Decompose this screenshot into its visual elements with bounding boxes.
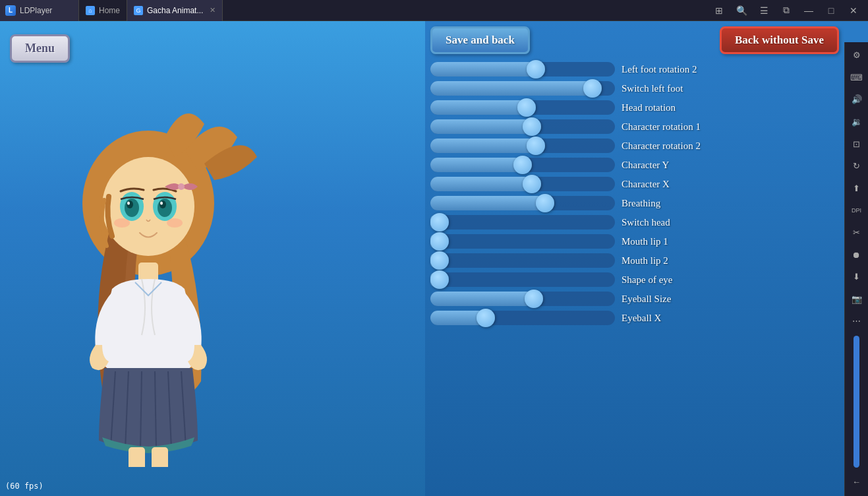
- slider-track-7[interactable]: [430, 196, 615, 210]
- slider-row: Mouth lip 2: [430, 252, 839, 269]
- slider-label-12: Eyeball Size: [622, 294, 753, 305]
- rs-more-btn[interactable]: ⋯: [846, 311, 867, 332]
- slider-row: Eyeball Size: [430, 290, 839, 307]
- slider-thumb-1[interactable]: [583, 79, 602, 98]
- rs-keyboard-btn[interactable]: ⌨: [846, 67, 867, 88]
- slider-row: Character X: [430, 175, 839, 193]
- rs-home-btn[interactable]: ⌂: [846, 493, 867, 496]
- slider-row: Head rotation: [430, 99, 839, 116]
- game-area: Menu (60 fps): [0, 21, 425, 496]
- slider-label-2: Head rotation: [622, 102, 753, 113]
- slider-fill-12: [430, 292, 534, 306]
- tb-pip-btn[interactable]: ⧉: [776, 0, 797, 21]
- slider-track-5[interactable]: [430, 158, 615, 172]
- rs-dpi-btn[interactable]: DPI: [846, 200, 867, 221]
- slider-row: Switch head: [430, 214, 839, 231]
- slider-track-8[interactable]: [430, 215, 615, 230]
- svg-point-17: [127, 202, 130, 205]
- save-back-button[interactable]: Save and back: [430, 26, 530, 54]
- svg-point-21: [178, 183, 185, 190]
- rs-vol-down-btn[interactable]: 🔉: [846, 111, 867, 133]
- slider-fill-7: [430, 196, 545, 210]
- slider-thumb-0[interactable]: [527, 60, 545, 78]
- rs-download-btn[interactable]: ⬇: [846, 266, 867, 288]
- title-bar-left: L LDPlayer ⌂ Home G Gacha Animat... ✕: [0, 0, 709, 21]
- rs-back-btn[interactable]: ←: [846, 472, 867, 493]
- slider-track-1[interactable]: [430, 81, 615, 96]
- slider-track-3[interactable]: [430, 119, 615, 134]
- back-no-save-button[interactable]: Back without Save: [720, 26, 839, 54]
- slider-track-11[interactable]: [430, 272, 615, 287]
- slider-label-4: Character rotation 2: [622, 140, 753, 152]
- slider-track-6[interactable]: [430, 177, 615, 191]
- tab-home[interactable]: ⌂ Home: [79, 0, 127, 21]
- slider-thumb-11[interactable]: [430, 270, 449, 289]
- slider-track-13[interactable]: [430, 311, 615, 325]
- slider-label-1: Switch left foot: [622, 83, 753, 94]
- slider-fill-2: [430, 100, 527, 115]
- tb-close-btn[interactable]: ✕: [843, 0, 864, 21]
- slider-label-13: Eyeball X: [622, 313, 753, 324]
- slider-fill-5: [430, 158, 523, 172]
- tab-gacha-close[interactable]: ✕: [210, 6, 216, 15]
- slider-track-12[interactable]: [430, 292, 615, 306]
- rs-import-btn[interactable]: ⬆: [846, 178, 867, 199]
- tb-search-btn[interactable]: 🔍: [731, 0, 752, 21]
- svg-point-10: [102, 157, 194, 256]
- slider-thumb-8[interactable]: [430, 213, 449, 232]
- slider-thumb-3[interactable]: [523, 117, 541, 136]
- tb-maximize-btn[interactable]: □: [821, 0, 842, 21]
- main-content: Menu (60 fps): [0, 21, 868, 496]
- slider-row: Character rotation 2: [430, 137, 839, 154]
- title-bar-controls: ⊞ 🔍 ☰ ⧉ — □ ✕: [709, 0, 868, 21]
- tb-apps-btn[interactable]: ⊞: [709, 0, 730, 21]
- right-sidebar: ⚙ ⌨ 🔊 🔉 ⊡ ↻ ⬆ DPI ✂ ⏺ ⬇ 📷 ⋯ ← ⌂: [844, 42, 868, 496]
- slider-thumb-4[interactable]: [527, 137, 545, 155]
- home-tab-icon: ⌂: [86, 6, 95, 15]
- tb-menu-btn[interactable]: ☰: [753, 0, 774, 21]
- slider-row: Breathing: [430, 195, 839, 212]
- rs-camera-btn[interactable]: 📷: [846, 289, 867, 310]
- slider-track-2[interactable]: [430, 100, 615, 115]
- app-logo[interactable]: L LDPlayer: [0, 0, 79, 21]
- slider-track-0[interactable]: [430, 62, 615, 77]
- slider-thumb-13[interactable]: [477, 309, 495, 327]
- svg-point-18: [160, 202, 163, 205]
- slider-fill-6: [430, 177, 532, 191]
- slider-label-5: Character Y: [622, 160, 753, 171]
- slider-row: Character Y: [430, 156, 839, 173]
- slider-thumb-7[interactable]: [536, 194, 554, 212]
- slider-fill-1: [430, 81, 593, 96]
- menu-button[interactable]: Menu: [10, 34, 70, 63]
- slider-thumb-6[interactable]: [523, 175, 541, 193]
- slider-label-3: Character rotation 1: [622, 121, 753, 133]
- slider-thumb-2[interactable]: [517, 98, 536, 117]
- slider-track-9[interactable]: [430, 234, 615, 249]
- slider-fill-4: [430, 139, 536, 153]
- slider-track-10[interactable]: [430, 253, 615, 268]
- slider-label-11: Shape of eye: [622, 274, 753, 286]
- slider-label-6: Character X: [622, 179, 753, 190]
- slider-thumb-9[interactable]: [430, 232, 449, 251]
- rs-record-btn[interactable]: ⏺: [846, 244, 867, 265]
- slider-label-10: Mouth lip 2: [622, 255, 753, 266]
- tab-home-label: Home: [99, 6, 120, 15]
- svg-point-16: [159, 201, 166, 208]
- slider-track-4[interactable]: [430, 139, 615, 153]
- rs-display-btn[interactable]: ⊡: [846, 133, 867, 154]
- slider-row: Eyeball X: [430, 309, 839, 326]
- rs-scissors-btn[interactable]: ✂: [846, 222, 867, 243]
- gacha-tab-icon: G: [134, 6, 143, 15]
- rs-vol-up-btn[interactable]: 🔊: [846, 89, 867, 110]
- slider-thumb-12[interactable]: [525, 290, 543, 308]
- tab-gacha[interactable]: G Gacha Animat... ✕: [127, 0, 223, 21]
- rs-settings-btn[interactable]: ⚙: [846, 45, 867, 66]
- slider-thumb-10[interactable]: [430, 251, 449, 270]
- tb-minimize-btn[interactable]: —: [798, 0, 819, 21]
- rs-scrollbar[interactable]: [854, 336, 859, 468]
- rs-rotate-btn[interactable]: ↻: [846, 156, 867, 177]
- slider-thumb-5[interactable]: [513, 156, 532, 174]
- slider-row: Shape of eye: [430, 271, 839, 288]
- app-logo-icon: L: [5, 5, 16, 16]
- panel-header: Save and back Back without Save: [425, 21, 844, 58]
